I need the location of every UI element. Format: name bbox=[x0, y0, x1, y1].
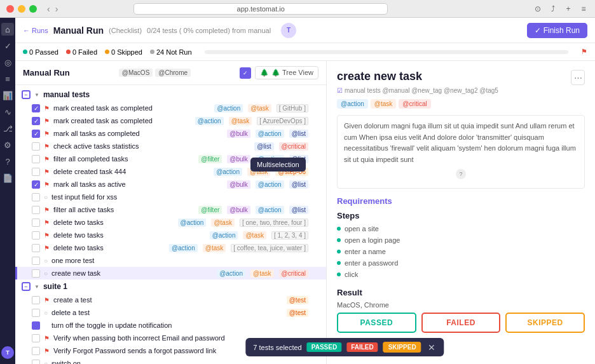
sidebar-home-icon[interactable]: ⌂ bbox=[1, 23, 14, 36]
task-checkbox[interactable] bbox=[32, 193, 40, 201]
task-row[interactable]: ○ turn off the toggle in update notifica… bbox=[15, 319, 326, 332]
minimize-window-btn[interactable] bbox=[18, 5, 25, 13]
skipped-count: 0 Skipped bbox=[111, 48, 142, 56]
task-checkbox[interactable]: ✓ bbox=[32, 104, 40, 112]
task-row[interactable]: ✓ ⚑ mark created task as completed @acti… bbox=[15, 114, 326, 127]
task-checkbox[interactable]: ✓ bbox=[32, 117, 40, 125]
task-name: mark all tasks as completed bbox=[53, 130, 222, 137]
step-item: enter a name bbox=[337, 246, 585, 257]
task-checkbox[interactable] bbox=[32, 334, 40, 342]
task-checkbox[interactable] bbox=[32, 309, 40, 317]
failed-button[interactable]: FAILED bbox=[421, 313, 501, 333]
more-options-button[interactable]: ⋯ bbox=[571, 70, 585, 85]
window-controls bbox=[6, 5, 37, 13]
tb-icon-2[interactable]: ⤴ bbox=[548, 4, 558, 14]
skipped-button[interactable]: SKIPPED bbox=[505, 313, 585, 333]
task-row[interactable]: ○ one more test ⋯ bbox=[15, 254, 326, 267]
sidebar-chart-icon[interactable]: 📊 bbox=[1, 89, 14, 102]
task-row[interactable]: ⚑ check active tasks statistics @list @c… bbox=[15, 140, 326, 152]
task-checkbox[interactable] bbox=[32, 321, 40, 330]
tag-task: @task bbox=[203, 244, 226, 252]
bottom-failed-tag[interactable]: FAILED bbox=[346, 342, 378, 352]
task-name: delete a test bbox=[51, 309, 282, 316]
task-checkbox[interactable] bbox=[32, 155, 40, 163]
priority-flag-icon: ⚑ bbox=[44, 206, 50, 213]
sidebar-question-icon[interactable]: ? bbox=[1, 155, 14, 168]
sidebar-doc-icon[interactable]: 📄 bbox=[1, 172, 14, 184]
bottom-bar-close-button[interactable]: ✕ bbox=[427, 342, 437, 353]
user-avatar-sidebar[interactable]: T bbox=[1, 346, 14, 359]
task-row-active[interactable]: ○ create new task @action @task @critica… bbox=[15, 267, 326, 280]
maximize-window-btn[interactable] bbox=[29, 5, 37, 13]
skipped-stat: 0 Skipped bbox=[105, 48, 142, 56]
passed-dot bbox=[23, 50, 27, 54]
passed-button[interactable]: PASSED bbox=[337, 313, 416, 333]
tree-view-button[interactable]: 🌲 🌲 Tree View bbox=[255, 66, 318, 79]
notrun-stat: 24 Not Run bbox=[150, 48, 192, 56]
back-to-runs[interactable]: ← Runs bbox=[23, 27, 48, 34]
suite-header-suite1[interactable]: − ▼ suite 1 bbox=[15, 280, 326, 293]
priority-flag-icon: ⚑ bbox=[44, 168, 50, 175]
priority-flag-icon: ⚑ bbox=[44, 347, 50, 354]
task-list[interactable]: − ▼ manual tests ✓ ⚑ mark created task a… bbox=[15, 85, 326, 364]
back-btn[interactable]: ‹ bbox=[46, 4, 51, 14]
task-checkbox[interactable]: ✓ bbox=[32, 130, 40, 138]
task-checkbox[interactable] bbox=[32, 206, 40, 214]
task-row[interactable]: ○ delete a test @test ⋯ bbox=[15, 306, 326, 319]
multiselect-btn[interactable]: ✓ bbox=[240, 67, 251, 79]
task-checkbox[interactable] bbox=[32, 296, 40, 304]
step-dot bbox=[337, 250, 341, 253]
task-row[interactable]: ⚑ create a test @test ⋯ bbox=[15, 293, 326, 306]
tb-icon-4[interactable]: ≡ bbox=[578, 4, 589, 14]
suite-checkbox-suite1[interactable]: − bbox=[22, 282, 31, 291]
tb-icon-3[interactable]: + bbox=[563, 4, 573, 14]
address-bar[interactable]: app.testomat.io bbox=[133, 3, 388, 15]
task-row[interactable]: ✓ ⚑ mark created task as completed @acti… bbox=[15, 102, 326, 114]
task-row[interactable]: ⚑ filter all active tasks @filter @bulk … bbox=[15, 203, 326, 216]
step-item: open a login page bbox=[337, 234, 585, 246]
close-window-btn[interactable] bbox=[6, 5, 14, 13]
sidebar-circle-icon[interactable]: ◎ bbox=[1, 56, 14, 69]
task-row[interactable]: ○ test input field for xss ⋯ bbox=[15, 191, 326, 203]
priority-flag-icon: ⚑ bbox=[44, 156, 50, 163]
task-row[interactable]: ○ switch on ⋯ bbox=[15, 357, 326, 364]
sidebar-gear-icon[interactable]: ⚙ bbox=[1, 138, 14, 151]
bottom-skipped-tag[interactable]: SKIPPED bbox=[383, 342, 421, 353]
right-panel: create new task ☑ manual tests @manual @… bbox=[327, 61, 595, 364]
task-name: mark created task as completed bbox=[53, 104, 209, 112]
task-checkbox[interactable] bbox=[32, 360, 40, 365]
task-checkbox[interactable] bbox=[32, 347, 40, 355]
tag-bulk: @bulk bbox=[227, 206, 250, 214]
bottom-passed-tag[interactable]: PASSED bbox=[307, 342, 341, 352]
breadcrumb-check: ☑ manual tests @manual @new_tag @new_tag… bbox=[337, 87, 498, 94]
forward-btn[interactable]: › bbox=[54, 4, 60, 14]
panel-header: Manual Run @MacOS @Chrome ✓ 🌲 🌲 Tree Vie… bbox=[15, 61, 326, 85]
task-row[interactable]: ✓ ⚑ mark all tasks as completed @bulk @a… bbox=[15, 127, 326, 140]
task-checkbox[interactable] bbox=[32, 168, 40, 176]
task-row[interactable]: ⚑ delete two tasks @action @task [ 1, 2,… bbox=[15, 229, 326, 241]
task-checkbox-active[interactable] bbox=[32, 269, 40, 278]
task-checkbox[interactable] bbox=[32, 257, 40, 265]
task-row[interactable]: ✓ ⚑ mark all tasks as active @bulk @acti… bbox=[15, 178, 326, 191]
task-checkbox[interactable] bbox=[32, 231, 40, 239]
task-row[interactable]: ⚑ delete two tasks @action @task [ coffe… bbox=[15, 241, 326, 254]
suite-checkbox-manual[interactable]: − bbox=[22, 90, 31, 99]
task-checkbox[interactable] bbox=[32, 219, 40, 227]
sidebar-list-icon[interactable]: ≡ bbox=[1, 72, 14, 85]
multiselect-tooltip: Multiselection bbox=[250, 158, 306, 172]
main-content: ← Runs Manual Run (Checklist) 0/24 tests… bbox=[15, 18, 595, 364]
title-bar-right: ⊙ ⤴ + ≡ bbox=[533, 4, 589, 14]
task-checkbox[interactable] bbox=[32, 244, 40, 252]
sidebar-pulse-icon[interactable]: ∿ bbox=[1, 105, 14, 118]
sidebar-check-icon[interactable]: ✓ bbox=[1, 39, 14, 52]
tb-icon-1[interactable]: ⊙ bbox=[533, 4, 543, 14]
task-checkbox[interactable] bbox=[32, 142, 40, 151]
suite-header-manual-tests[interactable]: − ▼ manual tests bbox=[15, 88, 326, 102]
sidebar-branch-icon[interactable]: ⎇ bbox=[1, 122, 14, 135]
task-name: switch on bbox=[51, 360, 308, 364]
task-checkbox[interactable]: ✓ bbox=[32, 180, 40, 189]
step-text: open a site bbox=[345, 225, 379, 233]
task-row[interactable]: ⚑ delete two tasks @action @task [ one, … bbox=[15, 216, 326, 229]
task-name: delete created task 444 bbox=[53, 168, 209, 175]
finish-run-button[interactable]: ✓ Finish Run bbox=[527, 23, 587, 38]
